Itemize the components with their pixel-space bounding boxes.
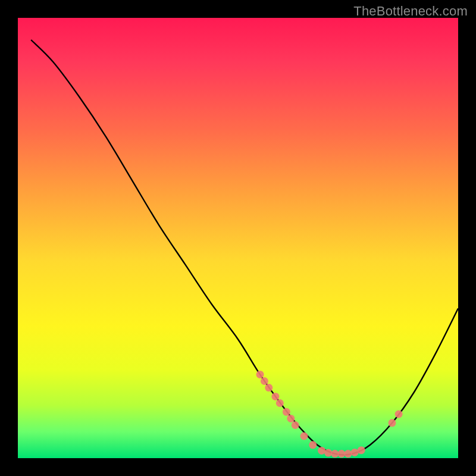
marker-dot: [265, 384, 273, 392]
marker-dot: [389, 419, 396, 427]
marker-dot: [318, 447, 325, 455]
marker-dot: [256, 371, 264, 378]
marker-dot: [300, 433, 308, 440]
marker-dot: [337, 450, 345, 458]
marker-dot: [324, 449, 332, 457]
marker-dot: [292, 421, 299, 429]
chart-svg: [18, 18, 458, 458]
chart-frame: [18, 18, 458, 458]
bottleneck-curve: [31, 40, 458, 455]
marker-dot: [345, 450, 352, 458]
marker-dot: [276, 399, 284, 407]
watermark-text: TheBottleneck.com: [353, 4, 468, 19]
marker-dot: [287, 415, 295, 422]
marker-dot: [351, 449, 359, 456]
marker-dot: [331, 450, 339, 458]
marker-dot: [271, 393, 279, 400]
marker-dot: [261, 377, 268, 385]
marker-dot: [358, 446, 365, 454]
marker-dot: [395, 411, 403, 418]
highlight-markers: [256, 371, 403, 458]
marker-dot: [283, 408, 290, 416]
marker-dot: [309, 441, 317, 449]
